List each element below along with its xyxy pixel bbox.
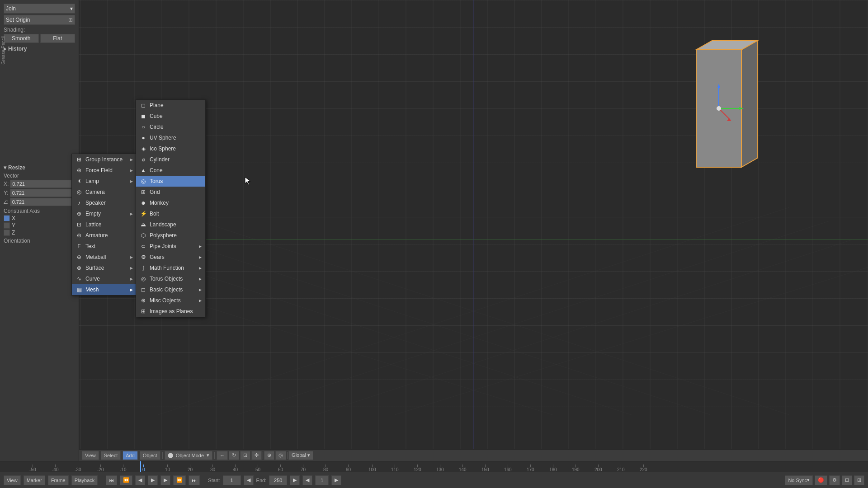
mesh-item-pipe-joints[interactable]: ⊂ Pipe Joints ▸ <box>136 241 205 252</box>
snap-toggle[interactable]: ⊕ <box>264 451 274 460</box>
scale-tool[interactable]: ⊡ <box>240 451 250 460</box>
menu-item-metaball[interactable]: ⊝ Metaball ▸ <box>72 252 137 263</box>
separator-2 <box>214 452 215 459</box>
mesh-item-uv-sphere[interactable]: ● UV Sphere <box>136 132 205 143</box>
prev-start[interactable]: ◀ <box>244 475 254 485</box>
mesh-item-basic-objects[interactable]: ◻ Basic Objects ▸ <box>136 284 205 295</box>
mesh-item-ico-sphere[interactable]: ◈ Ico Sphere <box>136 143 205 154</box>
audio-toggle[interactable]: 🔴 <box>815 475 827 485</box>
sync-dropdown[interactable]: No Sync ▾ <box>785 475 813 485</box>
mesh-item-circle[interactable]: ○ Circle <box>136 122 205 132</box>
go-to-end-button[interactable]: ⏭ <box>189 475 200 485</box>
3d-cube <box>687 36 760 182</box>
start-value[interactable] <box>223 475 241 485</box>
mesh-item-images-planes[interactable]: ⊞ Images as Planes <box>136 306 205 317</box>
rotate-tool[interactable]: ↻ <box>229 451 239 460</box>
add-button[interactable]: Add <box>123 451 138 460</box>
mesh-item-misc-objects[interactable]: ⊕ Misc Objects ▸ <box>136 295 205 306</box>
mesh-item-polysphere[interactable]: ⬡ Polysphere <box>136 230 205 241</box>
tool-buttons: ↔ ↻ ⊡ ✜ ⊕ ◎ Global ▾ <box>217 451 313 460</box>
flat-button[interactable]: Flat <box>40 34 75 43</box>
transform-tool[interactable]: ✜ <box>251 451 262 460</box>
mesh-item-gears[interactable]: ⚙ Gears ▸ <box>136 252 205 263</box>
z-input[interactable] <box>10 198 77 206</box>
timeline-settings[interactable]: ⚙ <box>829 475 840 485</box>
menu-item-empty[interactable]: ⊕ Empty ▸ <box>72 208 137 219</box>
lattice-icon: ⊡ <box>75 221 83 228</box>
timeline-frame-button[interactable]: Frame <box>48 475 69 485</box>
group-instance-icon: ⊞ <box>75 156 83 163</box>
monkey-icon: ☻ <box>140 199 147 206</box>
landscape-icon: ⛰ <box>140 221 147 228</box>
mesh-item-grid[interactable]: ⊞ Grid <box>136 187 205 197</box>
menu-item-mesh[interactable]: ▦ Mesh ▸ <box>72 284 137 295</box>
mesh-item-monkey[interactable]: ☻ Monkey <box>136 197 205 208</box>
mesh-item-bolt[interactable]: ⚡ Bolt <box>136 208 205 219</box>
ruler-mark-160: 160 <box>504 465 512 472</box>
step-prev[interactable]: ◀ <box>302 475 312 485</box>
constraint-z-checkbox[interactable] <box>4 230 10 236</box>
timeline: -50 -40 -30 -20 -10 0 10 20 30 40 50 60 … <box>0 461 868 488</box>
math-function-icon: ∫ <box>140 264 147 272</box>
bolt-icon: ⚡ <box>140 210 147 217</box>
left-panel: Grease Pencil Join ▾ Set Origin ⊞ Shadin… <box>0 0 79 461</box>
select-button[interactable]: Select <box>101 451 121 460</box>
proportional-toggle[interactable]: ◎ <box>275 451 286 460</box>
step-value[interactable] <box>315 475 329 485</box>
menu-item-camera[interactable]: ◎ Camera <box>72 187 137 197</box>
global-dropdown[interactable]: Global ▾ <box>288 451 313 460</box>
ruler-mark-130: 130 <box>436 465 444 472</box>
next-end[interactable]: ▶ <box>290 475 300 485</box>
ruler-mark-60: 60 <box>278 465 283 472</box>
mesh-item-cylinder[interactable]: ⌀ Cylinder <box>136 154 205 165</box>
smooth-button[interactable]: Smooth <box>4 34 39 43</box>
next-keyframe-button[interactable]: ⏩ <box>173 475 186 485</box>
menu-item-lattice[interactable]: ⊡ Lattice <box>72 219 137 230</box>
join-dropdown[interactable]: Join ▾ <box>4 4 75 14</box>
mesh-item-plane[interactable]: ◻ Plane <box>136 100 205 111</box>
mesh-item-cube[interactable]: ◼ Cube <box>136 111 205 122</box>
y-input[interactable] <box>10 189 77 197</box>
menu-item-group-instance[interactable]: ⊞ Group Instance ▸ <box>72 154 137 165</box>
timeline-marker-button[interactable]: Marker <box>24 475 45 485</box>
object-mode-dropdown[interactable]: ⬤ Object Mode ▾ <box>165 451 212 460</box>
next-frame-button[interactable]: ▶ <box>160 475 170 485</box>
mesh-item-torus[interactable]: ◎ Torus <box>136 176 205 187</box>
mesh-item-math-function[interactable]: ∫ Math Function ▸ <box>136 263 205 273</box>
translate-tool[interactable]: ↔ <box>217 451 228 460</box>
menu-item-curve[interactable]: ∿ Curve ▸ <box>72 273 137 284</box>
timeline-playback-button[interactable]: Playback <box>71 475 98 485</box>
go-to-start-button[interactable]: ⏮ <box>106 475 117 485</box>
menu-item-text[interactable]: F Text <box>72 241 137 252</box>
prev-keyframe-button[interactable]: ⏪ <box>120 475 132 485</box>
svg-marker-11 <box>741 41 757 167</box>
timeline-extra[interactable]: ⊞ <box>854 475 864 485</box>
z-label: Z: <box>4 199 9 205</box>
circle-icon: ○ <box>140 123 147 131</box>
menu-item-force-field[interactable]: ⊛ Force Field ▸ <box>72 165 137 176</box>
step-next[interactable]: ▶ <box>331 475 341 485</box>
mesh-item-torus-objects[interactable]: ◎ Torus Objects ▸ <box>136 273 205 284</box>
prev-frame-button[interactable]: ◀ <box>135 475 145 485</box>
end-value[interactable] <box>269 475 287 485</box>
ruler-mark-10: 10 <box>165 465 170 472</box>
timeline-snap[interactable]: ⊡ <box>842 475 852 485</box>
menu-item-armature[interactable]: ⊜ Armature <box>72 230 137 241</box>
ruler-mark-110: 110 <box>391 465 399 472</box>
separator-1 <box>162 452 163 459</box>
mesh-item-cone[interactable]: ▲ Cone <box>136 165 205 176</box>
menu-item-surface[interactable]: ⊛ Surface ▸ <box>72 263 137 273</box>
cone-icon: ▲ <box>140 167 147 174</box>
mesh-item-landscape[interactable]: ⛰ Landscape <box>136 219 205 230</box>
view-button[interactable]: View <box>82 451 99 460</box>
object-button[interactable]: Object <box>140 451 160 460</box>
set-origin-dropdown[interactable]: Set Origin ⊞ <box>4 15 75 25</box>
timeline-view-button[interactable]: View <box>4 475 21 485</box>
constraint-y-checkbox[interactable] <box>4 222 10 229</box>
constraint-x-checkbox[interactable] <box>4 215 10 221</box>
play-button[interactable]: ▶ <box>148 475 158 485</box>
menu-item-lamp[interactable]: ☀ Lamp ▸ <box>72 176 137 187</box>
timeline-controls: View Marker Frame Playback ⏮ ⏪ ◀ ▶ ▶ ⏩ ⏭… <box>0 472 868 488</box>
menu-item-speaker[interactable]: ♪ Speaker <box>72 197 137 208</box>
x-input[interactable] <box>10 180 77 188</box>
